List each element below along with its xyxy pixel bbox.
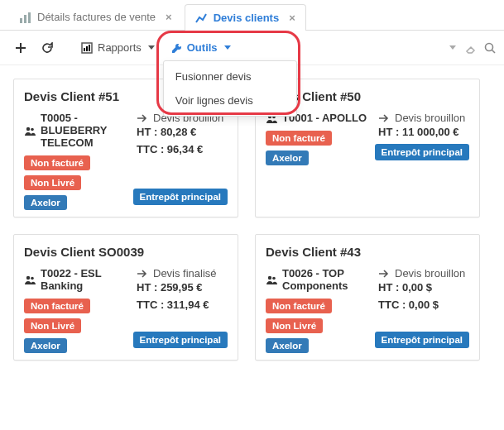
tools-menu-merge[interactable]: Fusionner devis <box>164 64 296 88</box>
toolbar: Rapports Outils Fusionner devis Voir lig… <box>0 31 504 65</box>
badges: Non facturéAxelor <box>266 131 370 165</box>
badge: Non facturé <box>266 131 332 146</box>
tab-invoice-details[interactable]: Détails factures de vente × <box>8 3 183 30</box>
chevron-down-icon <box>148 45 155 50</box>
line-chart-icon <box>195 12 207 24</box>
reports-label: Rapports <box>98 41 142 54</box>
badge: Non Livré <box>24 175 81 190</box>
warehouse-badge: Entrepôt principal <box>133 189 228 205</box>
toolbar-right <box>448 42 496 54</box>
tools-dropdown-button[interactable]: Outils <box>163 36 238 60</box>
eraser-icon[interactable] <box>464 42 476 54</box>
warehouse-badge: Entrepôt principal <box>375 144 469 160</box>
badge: Non facturé <box>24 155 90 170</box>
arrow-right-icon <box>378 267 390 280</box>
close-icon[interactable]: × <box>166 11 172 23</box>
users-icon <box>24 112 36 149</box>
totals: HT : 80,28 €TTC : 96,34 € <box>137 124 228 159</box>
card-title: Devis Client SO0039 <box>24 245 228 259</box>
badges: Non facturéNon LivréAxelor <box>266 299 370 353</box>
badge: Axelor <box>266 338 309 353</box>
arrow-right-icon <box>137 267 148 280</box>
plus-icon <box>15 42 26 54</box>
reports-icon <box>81 42 93 54</box>
tab-label: Devis clients <box>214 12 280 24</box>
badge: Non Livré <box>266 318 323 333</box>
close-icon[interactable]: × <box>289 12 295 24</box>
bar-chart-icon <box>19 12 31 23</box>
status: Devis brouillon <box>378 112 469 124</box>
chevron-down-icon[interactable] <box>449 45 456 50</box>
client-name: T0026 - TOP Components <box>266 267 370 292</box>
status: Devis brouillon <box>378 267 469 280</box>
refresh-icon <box>41 42 53 54</box>
badges: Non facturéNon LivréAxelor <box>24 299 128 353</box>
users-icon <box>266 267 277 292</box>
tab-bar: Détails factures de vente × Devis client… <box>0 0 504 31</box>
refresh-button[interactable] <box>35 37 60 59</box>
status: Devis finalisé <box>137 267 228 280</box>
devis-card[interactable]: Devis Client #43T0026 - TOP ComponentsNo… <box>255 234 480 361</box>
tools-menu-view-lines[interactable]: Voir lignes devis <box>164 88 296 112</box>
arrow-right-icon <box>137 112 148 124</box>
reports-dropdown[interactable]: Rapports <box>74 36 161 59</box>
badge: Non facturé <box>266 299 332 313</box>
badge: Axelor <box>266 150 309 165</box>
client-name: T0005 - BLUEBERRY TELECOM <box>24 112 128 149</box>
card-title: Devis Client #43 <box>266 245 469 259</box>
search-icon[interactable] <box>484 42 496 54</box>
users-icon <box>24 267 36 292</box>
tools-label: Outils <box>187 41 218 54</box>
new-button[interactable] <box>8 37 33 59</box>
client-name: T0022 - ESL Banking <box>24 267 128 292</box>
totals: HT : 0,00 $TTC : 0,00 $ <box>378 280 469 314</box>
arrow-right-icon <box>378 112 390 124</box>
devis-card[interactable]: Devis Client SO0039T0022 - ESL BankingNo… <box>13 234 238 361</box>
tab-devis-clients[interactable]: Devis clients × <box>185 4 306 31</box>
badges: Non facturéNon LivréAxelor <box>24 155 128 210</box>
badge: Axelor <box>24 195 67 210</box>
totals: HT : 259,95 €TTC : 311,94 € <box>137 280 228 314</box>
badge: Axelor <box>24 338 67 353</box>
badge: Non Livré <box>24 318 81 333</box>
wrench-icon <box>170 42 182 54</box>
tools-dropdown-menu: Fusionner devis Voir lignes devis <box>163 60 297 117</box>
badge: Non facturé <box>24 299 90 313</box>
warehouse-badge: Entrepôt principal <box>375 332 469 348</box>
warehouse-badge: Entrepôt principal <box>133 332 228 348</box>
tab-label: Détails factures de vente <box>37 11 156 23</box>
chevron-down-icon <box>224 45 231 50</box>
